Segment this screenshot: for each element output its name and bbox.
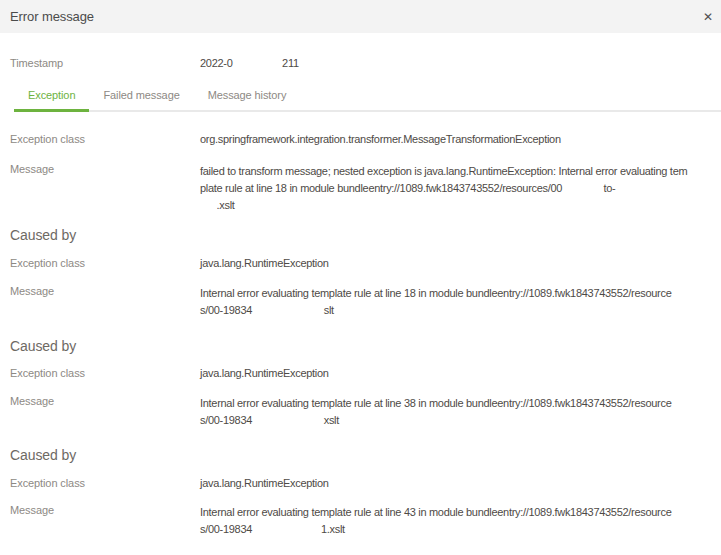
message-value: failed to transform message; nested exce… <box>200 163 687 214</box>
exception-class-label: Exception class <box>10 477 85 489</box>
exception-class-value: java.lang.RuntimeException <box>200 367 329 379</box>
exception-class-value: org.springframework.integration.transfor… <box>200 133 561 145</box>
error-message-dialog: Error message ✕ Timestamp 2022-0 211 Exc… <box>0 0 721 555</box>
exception-class-label: Exception class <box>10 133 85 145</box>
tab-exception[interactable]: Exception <box>14 87 89 110</box>
dialog-header: Error message ✕ <box>0 0 721 33</box>
exception-class-label: Exception class <box>10 257 85 269</box>
message-line: Internal error evaluating template rule … <box>200 504 671 521</box>
close-icon[interactable]: ✕ <box>701 7 715 27</box>
message-line: Internal error evaluating template rule … <box>200 285 671 302</box>
timestamp-label: Timestamp <box>10 57 63 69</box>
message-label: Message <box>10 163 54 175</box>
message-line: s/00-19834 slt <box>200 302 671 319</box>
message-value: Internal error evaluating template rule … <box>200 504 671 538</box>
message-label: Message <box>10 504 54 516</box>
message-line: s/00-19834 1.xslt <box>200 521 671 538</box>
message-line: failed to transform message; nested exce… <box>200 163 687 180</box>
message-line: Internal error evaluating template rule … <box>200 395 671 412</box>
exception-class-value: java.lang.RuntimeException <box>200 257 329 269</box>
tab-failed-message[interactable]: Failed message <box>89 87 193 110</box>
exception-class-label: Exception class <box>10 367 85 379</box>
message-value: Internal error evaluating template rule … <box>200 285 671 319</box>
message-line: .xslt <box>200 197 687 214</box>
message-line: plate rule at line 18 in module bundleen… <box>200 180 687 197</box>
timestamp-value: 2022-0 211 <box>200 57 299 69</box>
caused-by-heading: Caused by <box>10 227 76 243</box>
dialog-title: Error message <box>10 9 94 24</box>
message-label: Message <box>10 285 54 297</box>
exception-class-value: java.lang.RuntimeException <box>200 477 329 489</box>
message-value: Internal error evaluating template rule … <box>200 395 671 429</box>
caused-by-heading: Caused by <box>10 447 76 463</box>
tab-bar: Exception Failed message Message history <box>14 87 721 112</box>
caused-by-heading: Caused by <box>10 338 76 354</box>
message-label: Message <box>10 395 54 407</box>
message-line: s/00-19834 xslt <box>200 412 671 429</box>
tab-message-history[interactable]: Message history <box>194 87 301 110</box>
